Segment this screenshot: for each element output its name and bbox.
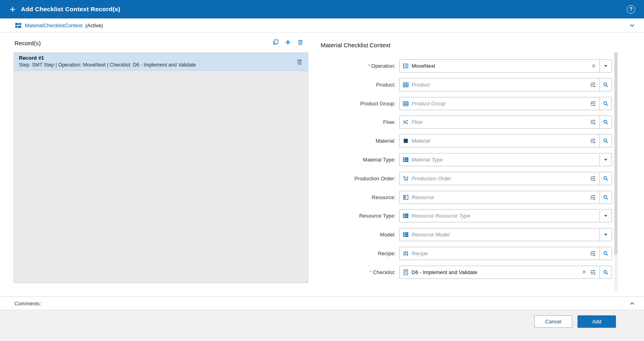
operation-input[interactable]: MoveNext × <box>399 59 600 73</box>
record-title: Record #1 <box>19 55 297 61</box>
product-group-icon <box>400 101 412 107</box>
clear-icon[interactable]: × <box>582 269 586 275</box>
product-input[interactable]: Product <box>399 78 600 91</box>
production-order-placeholder: Production Order <box>412 176 590 182</box>
material-type-dropdown-button[interactable] <box>600 153 612 166</box>
model-input[interactable]: Resource Model <box>399 228 600 241</box>
recipe-input[interactable]: Recipe <box>399 247 600 260</box>
form-row-operation: *Operation: MoveNext × <box>321 59 612 73</box>
operation-label: Operation: <box>371 63 396 69</box>
operation-icon <box>400 63 412 69</box>
form-row-product-group: Product Group: Product Group <box>321 97 612 110</box>
product-label: Product: <box>376 82 396 88</box>
help-icon[interactable]: ? <box>627 5 635 14</box>
material-input[interactable]: Material <box>399 134 600 147</box>
form-row-material-type: Material Type: Material Type <box>321 153 612 166</box>
checklist-label: Checklist: <box>373 269 396 275</box>
comments-section: Comments: <box>0 297 644 310</box>
record-delete-icon[interactable] <box>297 59 308 65</box>
recipe-search-button[interactable] <box>600 247 612 260</box>
filter-icon[interactable] <box>590 119 596 125</box>
form-row-material: Material: Material <box>321 134 612 147</box>
resource-type-icon <box>400 213 412 219</box>
filter-icon[interactable] <box>590 269 596 275</box>
record-texts: Record #1 Step: SMT Step | Operation: Mo… <box>14 53 297 71</box>
form-row-resource: Resource: Resource <box>321 191 612 204</box>
material-icon <box>400 138 412 144</box>
record-list-item[interactable]: Record #1 Step: SMT Step | Operation: Mo… <box>14 53 308 71</box>
filter-icon[interactable] <box>590 194 596 200</box>
material-type-input[interactable]: Material Type <box>399 153 600 166</box>
resource-search-button[interactable] <box>600 191 612 204</box>
flow-placeholder: Flow <box>412 119 590 125</box>
resource-type-placeholder: Resource Resource Type <box>412 213 600 219</box>
form-row-model: Model: Resource Model <box>321 228 612 241</box>
resource-label: Resource: <box>372 194 396 200</box>
filter-icon[interactable] <box>590 250 596 256</box>
add-record-icon[interactable] <box>285 39 291 45</box>
production-order-icon <box>400 176 412 182</box>
required-marker: * <box>370 269 372 275</box>
filter-icon[interactable] <box>590 82 596 88</box>
product-group-search-button[interactable] <box>600 97 612 110</box>
context-bar: MaterialChecklistContext (Active) <box>0 18 644 32</box>
product-group-label: Product Group: <box>360 101 396 107</box>
recipe-placeholder: Recipe <box>412 250 590 256</box>
operation-value: MoveNext <box>412 63 589 69</box>
flow-search-button[interactable] <box>600 115 612 129</box>
add-icon <box>10 6 16 12</box>
form-row-resource-type: Resource Type: Resource Resource Type <box>321 209 612 222</box>
resource-placeholder: Resource <box>412 194 590 200</box>
material-placeholder: Material <box>412 138 590 144</box>
copy-record-icon[interactable] <box>273 39 279 45</box>
material-type-icon <box>400 157 412 163</box>
checklist-input[interactable]: D6 - Implement and Validate × <box>399 266 600 279</box>
add-checklist-context-dialog: Add Checklist Context Record(s) ? Materi… <box>0 0 644 341</box>
form-row-recipe: Recipe: Recipe <box>321 247 612 260</box>
production-order-label: Production Order: <box>354 176 396 182</box>
product-search-button[interactable] <box>600 78 612 91</box>
flow-input[interactable]: Flow <box>399 115 600 129</box>
resource-input[interactable]: Resource <box>399 191 600 204</box>
model-dropdown-button[interactable] <box>600 228 612 241</box>
resource-type-dropdown-button[interactable] <box>600 209 612 222</box>
operation-dropdown-button[interactable] <box>600 59 612 73</box>
production-order-input[interactable]: Production Order <box>399 172 600 185</box>
form-scrollbar-thumb[interactable] <box>614 52 618 255</box>
context-name-link[interactable]: MaterialChecklistContext <box>25 22 83 28</box>
required-marker: * <box>368 63 370 69</box>
product-group-input[interactable]: Product Group <box>399 97 600 110</box>
model-placeholder: Resource Model <box>412 232 600 238</box>
checklist-icon <box>400 269 412 275</box>
records-toolbar <box>273 39 303 45</box>
form-row-flow: Flow: Flow <box>321 115 612 129</box>
product-group-placeholder: Product Group <box>412 101 590 107</box>
recipe-icon <box>400 250 412 256</box>
checklist-search-button[interactable] <box>600 266 612 279</box>
resource-type-label: Resource Type: <box>359 213 396 219</box>
dialog-titlebar: Add Checklist Context Record(s) ? <box>0 0 644 18</box>
resource-type-input[interactable]: Resource Resource Type <box>399 209 600 222</box>
material-search-button[interactable] <box>600 134 612 147</box>
resource-icon <box>400 194 412 200</box>
filter-icon[interactable] <box>590 138 596 144</box>
add-button[interactable]: Add <box>577 315 616 328</box>
context-form: *Operation: MoveNext × Product: Product … <box>321 59 612 285</box>
form-scrollbar[interactable] <box>614 52 618 291</box>
cancel-button[interactable]: Cancel <box>534 315 572 328</box>
context-status: (Active) <box>85 22 103 28</box>
form-row-product: Product: Product <box>321 78 612 91</box>
filter-icon[interactable] <box>590 176 596 182</box>
chevron-down-icon[interactable] <box>629 22 635 28</box>
dialog-title: Add Checklist Context Record(s) <box>21 6 120 13</box>
production-order-search-button[interactable] <box>600 172 612 185</box>
entity-grid-icon <box>15 22 21 28</box>
records-list: Record #1 Step: SMT Step | Operation: Mo… <box>14 52 308 283</box>
dialog-footer: Cancel Add <box>0 310 644 341</box>
material-label: Material: <box>375 138 396 144</box>
chevron-up-icon[interactable] <box>629 301 635 307</box>
product-placeholder: Product <box>412 82 590 88</box>
delete-record-icon[interactable] <box>297 39 303 45</box>
filter-icon[interactable] <box>590 101 596 107</box>
clear-icon[interactable]: × <box>592 63 596 69</box>
